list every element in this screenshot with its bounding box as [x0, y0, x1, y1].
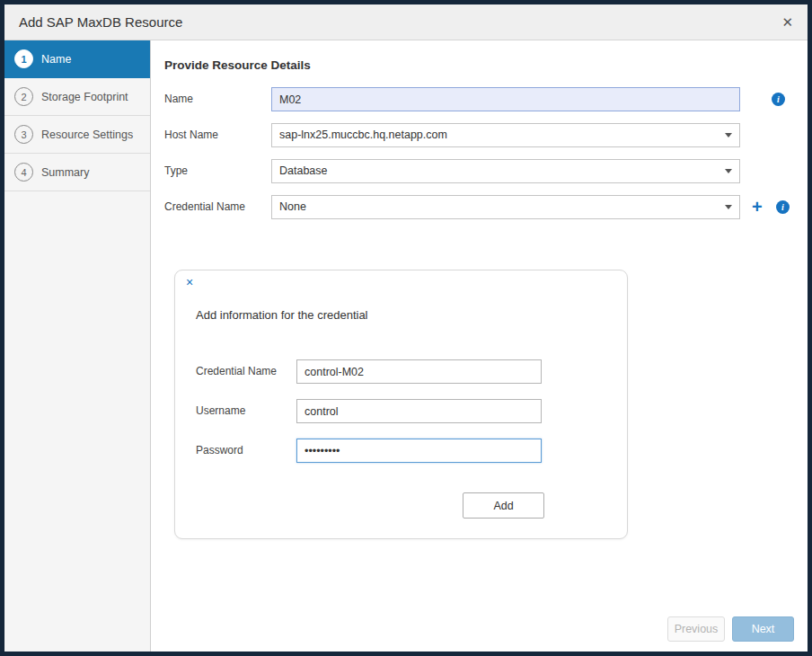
window-title: Add SAP MaxDB Resource [19, 14, 182, 30]
popover-credential-name-label: Credential Name [196, 359, 277, 384]
wizard-step-summary[interactable]: 4 Summary [4, 154, 150, 191]
wizard-step-name[interactable]: 1 Name [4, 40, 150, 78]
popover-username-label: Username [196, 399, 245, 423]
type-dropdown[interactable]: Database [271, 159, 740, 183]
main-content: Provide Resource Details Name i Host Nam… [152, 40, 808, 652]
popover-close-icon[interactable]: × [186, 276, 193, 288]
credential-popover: × Add information for the credential Cre… [174, 270, 628, 539]
popover-username-input[interactable] [296, 399, 542, 423]
step-number-badge: 1 [14, 49, 33, 68]
type-value: Database [279, 160, 719, 182]
popover-password-input[interactable] [296, 439, 542, 463]
step-label: Resource Settings [41, 129, 133, 141]
dialog-window: Add SAP MaxDB Resource ✕ 1 Name 2 Storag… [0, 0, 812, 656]
step-label: Name [41, 53, 71, 66]
popover-heading: Add information for the credential [196, 308, 368, 322]
info-icon[interactable]: i [772, 93, 785, 106]
chevron-down-icon [725, 133, 732, 137]
chevron-down-icon [725, 205, 732, 209]
chevron-down-icon [725, 169, 732, 173]
previous-button[interactable]: Previous [667, 616, 725, 642]
step-number-badge: 3 [14, 125, 33, 144]
wizard-step-resource-settings[interactable]: 3 Resource Settings [4, 116, 150, 154]
wizard-sidebar: 1 Name 2 Storage Footprint 3 Resource Se… [4, 40, 151, 652]
host-name-value: sap-lnx25.muccbc.hq.netapp.com [279, 124, 719, 146]
next-button[interactable]: Next [732, 616, 794, 642]
name-input[interactable] [271, 87, 740, 111]
add-credential-icon[interactable]: + [752, 196, 763, 218]
info-icon[interactable]: i [776, 200, 790, 214]
close-icon[interactable]: ✕ [781, 15, 793, 29]
popover-credential-name-input[interactable] [296, 359, 542, 384]
page-title: Provide Resource Details [164, 58, 311, 72]
host-name-dropdown[interactable]: sap-lnx25.muccbc.hq.netapp.com [271, 123, 740, 147]
type-label: Type [164, 159, 188, 183]
step-label: Summary [41, 166, 89, 179]
step-label: Storage Footprint [41, 91, 128, 103]
credential-name-dropdown[interactable]: None [271, 195, 740, 219]
credential-name-label: Credential Name [164, 195, 245, 219]
host-name-label: Host Name [164, 123, 218, 147]
wizard-step-storage-footprint[interactable]: 2 Storage Footprint [4, 78, 150, 116]
step-number-badge: 2 [14, 87, 33, 106]
step-number-badge: 4 [14, 163, 33, 182]
add-button[interactable]: Add [463, 492, 544, 519]
title-bar: Add SAP MaxDB Resource ✕ [4, 4, 808, 40]
popover-password-label: Password [196, 439, 243, 463]
name-label: Name [164, 87, 193, 111]
credential-name-value: None [279, 196, 719, 218]
